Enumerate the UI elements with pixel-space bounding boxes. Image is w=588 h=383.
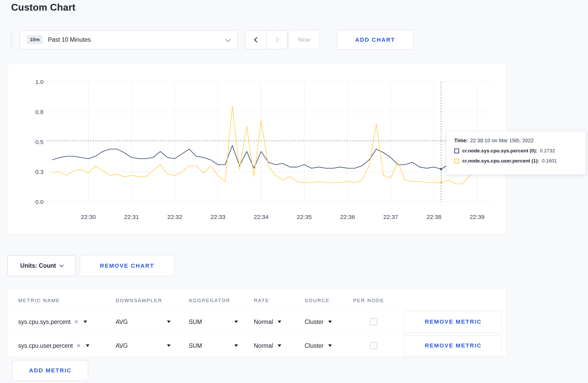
series-sys-swatch-icon <box>454 148 459 153</box>
x-tick-label: 22:37 <box>383 214 398 220</box>
series-user-swatch-icon <box>454 159 459 164</box>
caret-down-icon <box>234 321 238 323</box>
tooltip-series-value: 0.1601 <box>542 158 557 164</box>
remove-chart-button[interactable]: REMOVE CHART <box>80 255 174 276</box>
y-tick-label: 0.5 <box>35 139 44 145</box>
per-node-checkbox[interactable] <box>370 318 377 325</box>
chevron-right-icon <box>273 37 279 42</box>
caret-down-icon <box>278 344 281 347</box>
units-label: Units: Count <box>20 262 56 269</box>
next-time-button[interactable] <box>266 30 288 49</box>
clear-metric-icon[interactable]: × <box>74 318 78 325</box>
chevron-left-icon <box>254 37 259 42</box>
caret-down-icon <box>278 321 281 323</box>
metric-name: sys.cpu.sys.percent <box>18 318 71 325</box>
col-header-source: SOURCE <box>305 298 330 303</box>
col-header-aggregator: AGGREGATOR <box>189 298 230 303</box>
x-tick-label: 22:36 <box>340 214 355 220</box>
tooltip-series-value: 0.2732 <box>540 148 555 154</box>
x-tick-label: 22:33 <box>211 214 225 220</box>
y-tick-label: 0.8 <box>35 109 44 115</box>
downsampler-select[interactable]: AVG <box>116 310 171 334</box>
downsampler-value: AVG <box>116 342 128 349</box>
col-header-per-node: PER NODE <box>353 298 384 303</box>
tooltip-series-label: cr.node.sys.cpu.sys.percent (0): <box>462 148 537 154</box>
time-range-badge: 10m <box>27 35 43 44</box>
x-tick-label: 22:39 <box>470 214 485 220</box>
x-tick-label: 22:35 <box>297 214 312 220</box>
caret-down-icon <box>328 321 332 323</box>
remove-metric-button[interactable]: REMOVE METRIC <box>404 311 502 332</box>
time-range-dropdown[interactable]: 10m Past 10 Minutes <box>20 30 237 49</box>
caret-down-icon <box>234 344 238 347</box>
x-tick-label: 22:30 <box>81 214 96 220</box>
tooltip-time-label: Time: <box>454 138 468 143</box>
metric-row: sys.cpu.sys.percent × AVG SUM Normal Clu… <box>8 310 506 334</box>
caret-down-icon <box>83 321 87 323</box>
source-select[interactable]: Cluster <box>305 334 332 358</box>
tooltip-series-label: cr.node.sys.cpu.user.percent (1): <box>462 158 539 164</box>
tooltip-series-row: cr.node.sys.cpu.sys.percent (0): 0.2732 <box>454 148 578 154</box>
rate-select[interactable]: Normal <box>254 310 281 334</box>
caret-down-icon <box>167 344 171 347</box>
col-header-downsampler: DOWNSAMPLER <box>116 298 162 303</box>
crosshair-dot <box>440 168 442 170</box>
chart-card: 0.00.30.50.81.022:3022:3122:3222:3322:34… <box>8 64 506 235</box>
timeseries-chart[interactable]: 0.00.30.50.81.022:3022:3122:3222:3322:34… <box>8 64 506 235</box>
add-chart-button[interactable]: ADD CHART <box>337 30 413 50</box>
tooltip-time-row: Time:22:38:10 on Mar 15th, 2022 <box>454 138 578 144</box>
prev-time-button[interactable] <box>245 30 267 49</box>
remove-metric-button[interactable]: REMOVE METRIC <box>404 335 502 356</box>
x-tick-label: 22:34 <box>254 214 269 220</box>
chart-grid: 0.00.30.50.81.022:3022:3122:3222:3322:34… <box>35 79 493 220</box>
metric-name-select[interactable]: sys.cpu.user.percent × <box>18 334 89 358</box>
chart-tooltip: Time:22:38:10 on Mar 15th, 2022 cr.node.… <box>446 131 586 175</box>
time-range-label: Past 10 Minutes <box>48 36 91 43</box>
time-pager <box>245 30 288 49</box>
source-select[interactable]: Cluster <box>305 310 332 334</box>
per-node-checkbox[interactable] <box>370 342 377 349</box>
caret-down-icon <box>86 344 89 347</box>
chevron-down-icon <box>60 263 64 267</box>
units-dropdown[interactable]: Units: Count <box>8 255 76 276</box>
col-header-metric-name: METRIC NAME <box>18 298 60 303</box>
tooltip-series-row: cr.node.sys.cpu.user.percent (1): 0.1601 <box>454 158 578 164</box>
downsampler-select[interactable]: AVG <box>116 334 171 358</box>
metric-name: sys.cpu.user.percent <box>18 342 73 349</box>
rate-value: Normal <box>254 342 273 349</box>
source-value: Cluster <box>305 318 324 325</box>
tooltip-time-value: 22:38:10 on Mar 15th, 2022 <box>470 138 534 143</box>
x-tick-label: 22:31 <box>124 214 139 220</box>
rate-value: Normal <box>254 318 273 325</box>
x-tick-label: 22:32 <box>167 214 182 220</box>
caret-down-icon <box>167 321 171 323</box>
page-title: Custom Chart <box>11 2 75 13</box>
aggregator-value: SUM <box>189 342 202 349</box>
series-line-1 <box>52 106 477 184</box>
series-line-0 <box>52 145 477 169</box>
y-tick-label: 1.0 <box>35 79 44 85</box>
rate-select[interactable]: Normal <box>254 334 281 358</box>
metrics-table: METRIC NAME DOWNSAMPLER AGGREGATOR RATE … <box>8 289 506 357</box>
source-value: Cluster <box>305 342 324 349</box>
crosshair-dot <box>440 181 442 184</box>
y-tick-label: 0.0 <box>35 198 44 205</box>
clear-metric-icon[interactable]: × <box>76 342 81 349</box>
metric-name-select[interactable]: sys.cpu.sys.percent × <box>18 310 87 334</box>
now-button[interactable]: Now <box>289 30 320 49</box>
y-tick-label: 0.3 <box>35 168 44 175</box>
aggregator-value: SUM <box>189 318 202 325</box>
toolbar-divider <box>11 30 12 49</box>
custom-chart-page: Custom Chart 10m Past 10 Minutes Now ADD… <box>0 0 588 383</box>
x-tick-label: 22:38 <box>426 214 441 220</box>
downsampler-value: AVG <box>116 318 128 325</box>
add-metric-button[interactable]: ADD METRIC <box>12 360 88 381</box>
aggregator-select[interactable]: SUM <box>189 310 238 334</box>
aggregator-select[interactable]: SUM <box>189 334 238 358</box>
metric-row: sys.cpu.user.percent × AVG SUM Normal Cl… <box>8 334 506 358</box>
chevron-down-icon <box>225 37 231 42</box>
col-header-rate: RATE <box>254 298 269 303</box>
caret-down-icon <box>328 344 332 347</box>
